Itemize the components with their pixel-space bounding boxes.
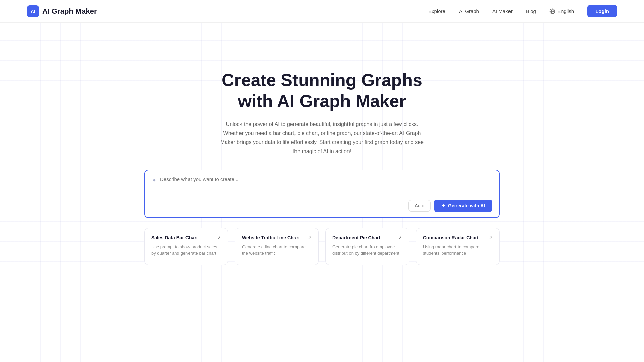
nav-links: Explore AI Graph AI Maker Blog English L… xyxy=(428,5,617,17)
nav-blog[interactable]: Blog xyxy=(526,8,536,14)
card-desc-3: Generate pie chart fro employee distribu… xyxy=(332,244,402,257)
brand-logo-link[interactable]: AI AI Graph Maker xyxy=(27,5,97,17)
login-button[interactable]: Login xyxy=(587,5,617,17)
sparkle-icon: ✦ xyxy=(152,177,157,184)
prompt-inner: ✦ xyxy=(152,176,492,196)
card-arrow-icon-4: ↗ xyxy=(489,235,493,240)
card-desc-1: Use prompt to show product sales by quar… xyxy=(151,244,221,257)
card-website-line[interactable]: Website Traffic Line Chart ↗ Generate a … xyxy=(235,228,319,265)
generate-label: Generate with AI xyxy=(448,203,485,208)
nav-ai-graph[interactable]: AI Graph xyxy=(459,8,479,14)
hero-title: Create Stunning Graphs with AI Graph Mak… xyxy=(222,70,422,112)
brand-logo-icon: AI xyxy=(27,5,39,17)
card-desc-4: Using radar chart to compare students' p… xyxy=(423,244,493,257)
card-header-3: Department Pie Chart ↗ xyxy=(332,235,402,240)
card-arrow-icon-3: ↗ xyxy=(398,235,402,240)
card-header-4: Comparison Radar Chart ↗ xyxy=(423,235,493,240)
nav-ai-maker[interactable]: AI Maker xyxy=(492,8,513,14)
language-selector[interactable]: English xyxy=(549,8,574,14)
language-label: English xyxy=(557,8,574,14)
card-department-pie[interactable]: Department Pie Chart ↗ Generate pie char… xyxy=(325,228,409,265)
card-title-1: Sales Data Bar Chart xyxy=(151,235,198,240)
card-sales-bar[interactable]: Sales Data Bar Chart ↗ Use prompt to sho… xyxy=(144,228,228,265)
cards-row: Sales Data Bar Chart ↗ Use prompt to sho… xyxy=(144,228,500,265)
card-comparison-radar[interactable]: Comparison Radar Chart ↗ Using radar cha… xyxy=(416,228,500,265)
prompt-input[interactable] xyxy=(160,176,492,196)
hero-subtitle: Unlock the power of AI to generate beaut… xyxy=(218,120,426,156)
card-header-1: Sales Data Bar Chart ↗ xyxy=(151,235,221,240)
card-title-2: Website Traffic Line Chart xyxy=(242,235,300,240)
auto-button[interactable]: Auto xyxy=(408,200,431,212)
prompt-footer: Auto ✦ Generate with AI xyxy=(152,200,492,212)
globe-icon xyxy=(549,8,555,14)
logo-text: AI xyxy=(31,9,35,14)
main-content: Create Stunning Graphs with AI Graph Mak… xyxy=(0,23,644,265)
nav-explore[interactable]: Explore xyxy=(428,8,445,14)
navbar: AI AI Graph Maker Explore AI Graph AI Ma… xyxy=(0,0,644,23)
card-desc-2: Generate a line chart to compare the web… xyxy=(242,244,312,257)
card-arrow-icon-1: ↗ xyxy=(217,235,221,240)
prompt-container: ✦ Auto ✦ Generate with AI xyxy=(144,170,500,218)
card-title-4: Comparison Radar Chart xyxy=(423,235,479,240)
card-arrow-icon-2: ↗ xyxy=(308,235,312,240)
card-title-3: Department Pie Chart xyxy=(332,235,380,240)
generate-sparkle-icon: ✦ xyxy=(441,203,445,208)
card-header-2: Website Traffic Line Chart ↗ xyxy=(242,235,312,240)
generate-button[interactable]: ✦ Generate with AI xyxy=(434,200,492,212)
brand-name: AI Graph Maker xyxy=(42,7,97,16)
